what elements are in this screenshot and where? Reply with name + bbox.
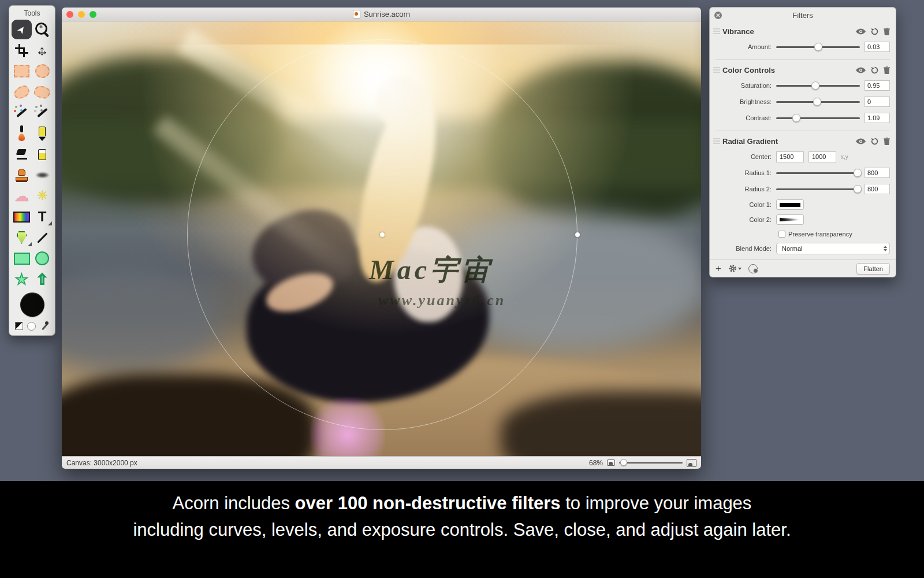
visibility-eye-icon[interactable] — [856, 28, 866, 35]
dodge-tool[interactable] — [12, 186, 32, 206]
default-colors-swatch-icon[interactable] — [15, 322, 23, 330]
clone-stamp-tool[interactable] — [12, 165, 32, 185]
amount-slider[interactable] — [776, 46, 860, 48]
brightness-slider[interactable] — [776, 101, 860, 103]
saturation-slider[interactable] — [776, 85, 860, 87]
pen-tool[interactable] — [12, 228, 32, 247]
eraser-tool[interactable] — [12, 144, 32, 164]
minimize-button[interactable] — [78, 11, 85, 18]
add-filter-button[interactable]: + — [716, 264, 721, 273]
rect-shape-tool[interactable] — [12, 249, 32, 268]
oval-select-tool[interactable] — [32, 61, 53, 81]
color1-label: Color 1: — [716, 201, 776, 208]
foreground-color-well[interactable] — [20, 292, 44, 317]
trash-icon[interactable] — [884, 28, 890, 35]
banner-line1: Acorn includes over 100 non-destructive … — [0, 490, 924, 517]
gradient-tool[interactable] — [12, 207, 32, 227]
visibility-eye-icon[interactable] — [856, 67, 866, 73]
filters-titlebar: ✕ Filters — [710, 8, 896, 23]
reset-icon[interactable] — [871, 138, 878, 145]
lasso-tool[interactable] — [12, 82, 32, 102]
contrast-slider-knob[interactable] — [792, 114, 800, 122]
instant-alpha-tool[interactable] — [32, 103, 53, 123]
flatten-button[interactable]: Flatten — [856, 263, 890, 275]
pencil-tool[interactable] — [32, 124, 53, 143]
soft-eraser-tool[interactable] — [32, 144, 53, 164]
burn-tool[interactable] — [32, 186, 53, 206]
reset-icon[interactable] — [871, 28, 878, 35]
status-bar: Canvas: 3000x2000 px 68% — [62, 456, 701, 469]
saturation-value-field[interactable] — [865, 80, 890, 91]
gradient-center-handle[interactable] — [380, 232, 385, 237]
radius1-slider-knob[interactable] — [854, 169, 862, 177]
zoom-slider-knob[interactable] — [620, 459, 627, 466]
gear-icon — [728, 264, 737, 273]
radius1-slider[interactable] — [776, 172, 860, 174]
filters-panel: ✕ Filters Vibrance Amount: Color Control… — [709, 7, 896, 277]
drag-grip-icon[interactable] — [713, 67, 720, 73]
document-title: Sunrise.acorn — [364, 10, 410, 18]
brightness-slider-knob[interactable] — [813, 98, 821, 106]
crop-tool[interactable] — [12, 40, 32, 60]
zoom-window-button[interactable] — [90, 11, 96, 18]
preserve-transparency-checkbox[interactable] — [778, 231, 785, 238]
zoom-tool[interactable] — [32, 20, 53, 39]
color2-well[interactable] — [776, 214, 804, 225]
oval-shape-tool[interactable] — [32, 249, 53, 268]
amount-value-field[interactable] — [865, 42, 890, 52]
contrast-slider[interactable] — [776, 117, 860, 119]
radius2-slider-knob[interactable] — [854, 185, 862, 193]
visibility-eye-icon[interactable] — [856, 138, 866, 144]
drag-grip-icon[interactable] — [713, 28, 720, 34]
filter-settings-button[interactable] — [728, 264, 742, 273]
resize-tool[interactable] — [32, 40, 53, 60]
contrast-value-field[interactable] — [865, 113, 890, 123]
close-button[interactable] — [66, 11, 73, 18]
line-tool[interactable] — [32, 228, 53, 247]
trash-icon[interactable] — [884, 66, 890, 74]
preserve-transparency-label: Preserve transparency — [788, 231, 852, 238]
radius2-value-field[interactable] — [865, 184, 890, 194]
center-y-field[interactable] — [808, 151, 836, 162]
filter-preview-icon[interactable] — [748, 264, 758, 273]
filters-panel-toolbar: + Flatten — [710, 260, 896, 277]
dodge-tool-icon — [13, 187, 31, 205]
canvas[interactable]: Mac宇宙 www.yuanyz6.cn — [62, 21, 701, 456]
star-shape-tool[interactable] — [12, 269, 32, 289]
filter-title: Color Controls — [722, 66, 856, 75]
secondary-color-swatch[interactable] — [27, 322, 36, 331]
gradient-tool-icon — [13, 208, 31, 225]
rect-select-tool[interactable] — [12, 61, 32, 81]
brush-tool[interactable] — [12, 124, 32, 143]
zoom-slider[interactable] — [619, 462, 683, 464]
saturation-slider-knob[interactable] — [811, 81, 819, 90]
trash-icon[interactable] — [884, 138, 890, 145]
eyedropper-icon[interactable] — [40, 321, 49, 331]
smudge-tool-icon — [33, 166, 51, 184]
amount-label: Amount: — [716, 43, 776, 50]
star-shape-tool-icon — [13, 271, 31, 288]
zoom-in-thumbnail-icon[interactable] — [687, 459, 696, 467]
radius1-value-field[interactable] — [865, 168, 890, 178]
polygon-lasso-tool[interactable] — [32, 82, 53, 102]
radius1-label: Radius 1: — [716, 169, 776, 176]
magic-wand-tool[interactable] — [12, 103, 32, 123]
brightness-value-field[interactable] — [865, 97, 890, 107]
radius2-slider[interactable] — [776, 188, 860, 190]
smudge-tool[interactable] — [32, 165, 53, 185]
amount-slider-knob[interactable] — [814, 43, 822, 51]
document-window: Sunrise.acorn Mac宇宙 www.yuanyz6.cn Ca — [62, 8, 701, 469]
arrow-shape-tool[interactable] — [32, 269, 53, 289]
color1-well[interactable] — [776, 199, 804, 210]
blend-mode-popup[interactable]: Normal — [776, 243, 890, 254]
move-tool[interactable] — [12, 20, 32, 39]
text-tool[interactable] — [32, 207, 53, 227]
zoom-out-thumbnail-icon[interactable] — [607, 460, 615, 466]
drag-grip-icon[interactable] — [713, 138, 720, 144]
reset-icon[interactable] — [871, 66, 878, 74]
blend-mode-value: Normal — [782, 245, 884, 252]
gradient-radius-handle[interactable] — [575, 232, 580, 237]
center-x-field[interactable] — [776, 151, 804, 162]
canvas-size-label: Canvas: 3000x2000 px — [66, 459, 137, 467]
document-icon — [353, 10, 360, 18]
